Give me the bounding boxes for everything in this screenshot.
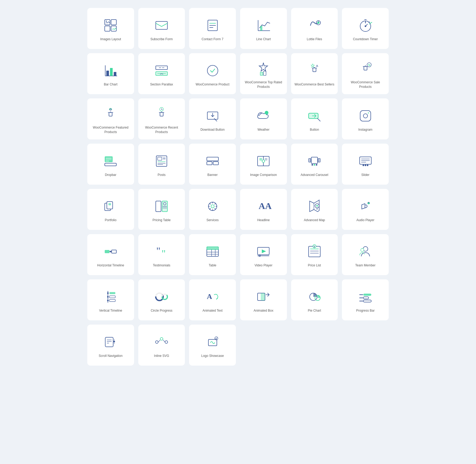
- card-button[interactable]: Button: [291, 98, 338, 139]
- card-horizontal-timeline[interactable]: Horizontal Timeline: [87, 234, 134, 275]
- portfolio-label: Portfolio: [105, 218, 116, 222]
- card-logo-showcase[interactable]: Logo Showcase: [189, 325, 236, 366]
- woocommerce-top-rated-label: WooCommerce Top Rated Products: [243, 80, 284, 89]
- card-image-comparison[interactable]: Image Comparison: [240, 144, 287, 185]
- card-woocommerce-recent[interactable]: WooCommerce Recent Products: [138, 98, 185, 139]
- circle-progress-icon: [153, 288, 170, 305]
- services-icon: [204, 198, 221, 215]
- woocommerce-recent-icon: [153, 105, 170, 122]
- svg-marker-107: [262, 249, 266, 253]
- pie-chart-icon: [306, 288, 323, 305]
- card-woocommerce-product[interactable]: WooCommerce Product: [189, 53, 236, 94]
- card-section-parallax[interactable]: Section Parallax: [138, 53, 185, 94]
- progress-bar-label: Progress Bar: [356, 308, 375, 313]
- card-audio-player[interactable]: Audio Player: [342, 189, 389, 230]
- services-label: Services: [207, 218, 219, 222]
- advanced-carousel-label: Advanced Carousel: [301, 173, 328, 177]
- card-lottie-files[interactable]: Lottie Files: [291, 8, 338, 49]
- svg-rect-37: [160, 112, 163, 116]
- card-advanced-map[interactable]: Advanced Map: [291, 189, 338, 230]
- woocommerce-best-sellers-icon: [306, 62, 323, 79]
- table-icon: [204, 243, 221, 260]
- card-advanced-carousel[interactable]: Advanced Carousel: [291, 144, 338, 185]
- animated-box-icon: [255, 288, 272, 305]
- card-vertical-timeline[interactable]: Vertical Timeline: [87, 279, 134, 320]
- svg-point-69: [312, 164, 313, 166]
- svg-rect-131: [261, 293, 265, 301]
- svg-rect-139: [363, 300, 371, 302]
- card-table[interactable]: Table: [189, 234, 236, 275]
- card-woocommerce-top-rated[interactable]: WooCommerce Top Rated Products: [240, 53, 287, 94]
- card-woocommerce-featured[interactable]: WooCommerce Featured Products: [87, 98, 134, 139]
- svg-marker-31: [311, 64, 314, 67]
- card-inline-svg[interactable]: Inline SVG: [138, 325, 185, 366]
- svg-rect-50: [105, 163, 116, 166]
- card-line-chart[interactable]: Line Chart: [240, 8, 287, 49]
- svg-rect-81: [108, 203, 111, 205]
- inline-svg-label: Inline SVG: [154, 354, 169, 358]
- card-pricing-table[interactable]: Pricing Table: [138, 189, 185, 230]
- headline-icon: AA: [255, 198, 272, 215]
- card-scroll-navigation[interactable]: Scroll Navigation: [87, 325, 134, 366]
- card-subscribe-form[interactable]: Subscribe Form: [138, 8, 185, 49]
- svg-point-45: [368, 112, 369, 113]
- card-weather[interactable]: Weather: [240, 98, 287, 139]
- advanced-carousel-icon: [306, 153, 323, 170]
- svg-rect-23: [110, 68, 113, 76]
- card-animated-text[interactable]: A Animated Text: [189, 279, 236, 320]
- team-member-label: Team Member: [355, 263, 376, 268]
- svg-rect-101: [207, 247, 218, 249]
- banner-icon: [204, 153, 221, 170]
- card-testimonials[interactable]: " " Testimonials: [138, 234, 185, 275]
- card-video-player[interactable]: Video Player: [240, 234, 287, 275]
- svg-rect-135: [363, 294, 371, 296]
- svg-point-41: [265, 111, 268, 115]
- card-services[interactable]: Services: [189, 189, 236, 230]
- card-circle-progress[interactable]: Circle Progress: [138, 279, 185, 320]
- card-pie-chart[interactable]: Pie Chart: [291, 279, 338, 320]
- pie-chart-label: Pie Chart: [308, 308, 321, 313]
- contact-form-7-label: Contact Form 7: [202, 37, 223, 42]
- advanced-map-label: Advanced Map: [304, 218, 325, 222]
- card-woocommerce-sale[interactable]: % WooCommerce Sale Products: [342, 53, 389, 94]
- card-price-list[interactable]: $ Price List: [291, 234, 338, 275]
- card-slider[interactable]: Slider: [342, 144, 389, 185]
- horizontal-timeline-label: Horizontal Timeline: [97, 263, 124, 268]
- woocommerce-product-label: WooCommerce Product: [196, 82, 230, 87]
- card-images-layout[interactable]: Images Layout: [87, 8, 134, 49]
- card-team-member[interactable]: Team Member: [342, 234, 389, 275]
- card-animated-box[interactable]: Animated Box: [240, 279, 287, 320]
- image-comparison-label: Image Comparison: [250, 173, 277, 177]
- instagram-icon: [357, 107, 374, 124]
- card-dropbar[interactable]: Dropbar: [87, 144, 134, 185]
- weather-icon: [255, 107, 272, 124]
- subscribe-form-label: Subscribe Form: [150, 37, 173, 42]
- card-posts[interactable]: Posts: [138, 144, 185, 185]
- dropbar-icon: [102, 153, 119, 170]
- card-progress-bar[interactable]: Progress Bar: [342, 279, 389, 320]
- video-player-label: Video Player: [254, 263, 272, 268]
- card-banner[interactable]: Banner: [189, 144, 236, 185]
- svg-rect-64: [265, 158, 267, 161]
- card-instagram[interactable]: Instagram: [342, 98, 389, 139]
- card-countdown-timer[interactable]: Countdown Timer: [342, 8, 389, 49]
- svg-point-119: [107, 292, 109, 294]
- line-chart-label: Line Chart: [256, 37, 271, 42]
- scroll-navigation-label: Scroll Navigation: [99, 354, 122, 358]
- card-headline[interactable]: AA Headline: [240, 189, 287, 230]
- svg-point-76: [363, 165, 364, 166]
- card-woocommerce-best-sellers[interactable]: WooCommerce Best Sellers: [291, 53, 338, 94]
- svg-rect-52: [158, 157, 162, 160]
- card-download-button[interactable]: Download Button: [189, 98, 236, 139]
- dropbar-label: Dropbar: [105, 173, 116, 177]
- widget-grid: Images Layout Subscribe Form Contact For…: [87, 8, 389, 366]
- svg-rect-94: [105, 250, 109, 253]
- vertical-timeline-icon: [102, 288, 119, 305]
- card-bar-chart[interactable]: Bar Chart: [87, 53, 134, 94]
- svg-rect-35: [109, 112, 112, 116]
- card-contact-form-7[interactable]: Contact Form 7: [189, 8, 236, 49]
- posts-icon: [153, 153, 170, 170]
- svg-rect-140: [105, 337, 113, 347]
- card-portfolio[interactable]: Portfolio: [87, 189, 134, 230]
- svg-point-120: [107, 296, 109, 298]
